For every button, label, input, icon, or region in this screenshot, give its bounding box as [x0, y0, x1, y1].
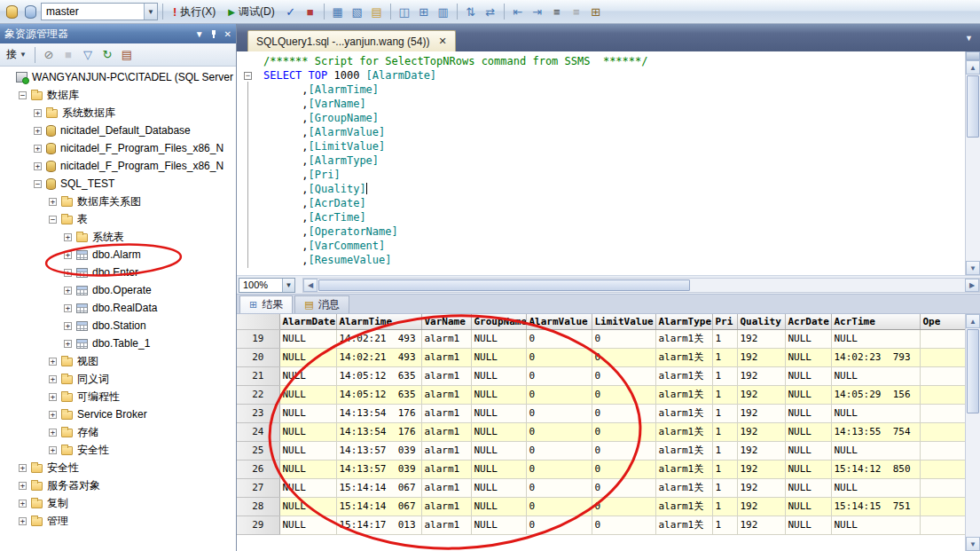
collapse-icon[interactable]: −	[19, 91, 27, 99]
expand-icon[interactable]: +	[34, 127, 42, 135]
tree-item[interactable]: +nicitadel_Default_Database	[0, 122, 236, 139]
grid-cell[interactable]: alarm1	[421, 329, 471, 348]
collapse-icon[interactable]: −	[49, 216, 57, 224]
results-vertical-scrollbar[interactable]: ▲ ▼	[965, 314, 980, 551]
grid-cell[interactable]: alarm1	[421, 478, 471, 497]
expand-icon[interactable]: +	[64, 233, 72, 241]
row-number-cell[interactable]: 27	[237, 478, 279, 497]
column-header[interactable]: AlarmDate	[279, 314, 336, 329]
grid-cell[interactable]: NULL	[279, 460, 336, 478]
expand-icon[interactable]: +	[64, 304, 72, 312]
column-header[interactable]: LimitValue	[592, 314, 655, 329]
window-menu-chevron-icon[interactable]: ▼	[195, 29, 204, 39]
sort-desc-icon[interactable]: ⇄	[482, 3, 499, 20]
grid-cell[interactable]: 0	[592, 422, 655, 441]
grid-cell[interactable]: 1	[712, 329, 737, 348]
grid-cell[interactable]: 14:02:21 493	[336, 348, 421, 366]
grid-cell[interactable]: NULL	[785, 329, 831, 348]
tree-item[interactable]: +dbo.Table_1	[0, 335, 236, 352]
report-icon[interactable]: ▤	[118, 46, 136, 64]
grid-cell[interactable]: NULL	[785, 516, 831, 534]
results-text-icon[interactable]: ◫	[396, 3, 413, 20]
grid-cell[interactable]: 0	[526, 366, 592, 385]
grid-cell[interactable]: alarm1	[421, 348, 471, 366]
close-icon[interactable]: ✕	[438, 35, 446, 47]
chevron-down-icon[interactable]: ▼	[144, 4, 157, 20]
tree-item[interactable]: +系统表	[0, 228, 236, 246]
cancel-execute-icon[interactable]: ■	[302, 3, 319, 20]
refresh-icon[interactable]: ↻	[98, 46, 116, 64]
grid-cell[interactable]: 14:05:29 156	[831, 385, 920, 404]
column-header[interactable]: VarName	[421, 314, 471, 329]
scroll-left-icon[interactable]: ◀	[303, 279, 318, 292]
expand-icon[interactable]: +	[49, 358, 57, 366]
grid-cell[interactable]: 0	[592, 385, 655, 404]
grid-cell[interactable]: NULL	[831, 516, 920, 534]
expand-icon[interactable]: +	[19, 482, 27, 490]
tree-item[interactable]: +存储	[0, 423, 236, 441]
grid-cell[interactable]: 0	[592, 441, 655, 460]
grid-cell[interactable]: alarm1关	[655, 348, 712, 366]
grid-cell[interactable]: 1	[712, 348, 737, 366]
tree-item[interactable]: −SQL_TEST	[0, 175, 236, 193]
grid-cell[interactable]: NULL	[471, 478, 526, 497]
tree-item[interactable]: +dbo.RealData	[0, 299, 236, 317]
grid-cell[interactable]: 192	[737, 422, 785, 441]
expand-icon[interactable]: +	[49, 198, 57, 206]
grid-cell[interactable]: NULL	[279, 329, 336, 348]
grid-cell[interactable]: 14:13:57 039	[336, 460, 421, 478]
grid-cell[interactable]: alarm1关	[655, 366, 712, 385]
column-header[interactable]: Quality	[737, 314, 785, 329]
scroll-down-icon[interactable]: ▼	[966, 537, 980, 551]
grid-cell[interactable]: 1	[712, 460, 737, 478]
query-options-icon[interactable]: ▤	[368, 3, 386, 20]
row-number-cell[interactable]: 21	[237, 366, 279, 385]
scroll-down-icon[interactable]: ▼	[966, 261, 980, 275]
grid-cell[interactable]: 14:13:57 039	[336, 441, 421, 460]
grid-cell[interactable]: NULL	[279, 478, 336, 497]
grid-cell[interactable]: 192	[737, 385, 785, 404]
grid-cell[interactable]: 14:13:55 754	[831, 422, 920, 441]
grid-cell[interactable]: NULL	[831, 366, 920, 385]
column-header[interactable]: AlarmValue	[526, 314, 592, 329]
analyze-query-icon[interactable]: ▧	[349, 3, 366, 20]
grid-cell[interactable]: 14:02:23 793	[831, 348, 920, 366]
tab-list-chevron-icon[interactable]: ▼	[965, 34, 973, 43]
grid-cell[interactable]: NULL	[785, 478, 831, 497]
grid-cell[interactable]: NULL	[785, 404, 831, 422]
row-number-cell[interactable]: 28	[237, 497, 279, 516]
grid-cell[interactable]: 0	[526, 441, 592, 460]
grid-cell[interactable]: NULL	[471, 441, 526, 460]
grid-cell[interactable]: alarm1	[421, 404, 471, 422]
grid-cell[interactable]: 1	[712, 441, 737, 460]
grid-cell[interactable]: NULL	[471, 366, 526, 385]
tree-item[interactable]: WANGYANJUN-PC\CITADEL (SQL Server 1	[0, 68, 236, 86]
grid-cell[interactable]: NULL	[471, 329, 526, 348]
chevron-down-icon[interactable]: ▼	[282, 279, 294, 292]
editor-vertical-scrollbar[interactable]: ▲ ▼	[965, 51, 980, 275]
grid-cell[interactable]: alarm1关	[655, 460, 712, 478]
expand-icon[interactable]: +	[49, 375, 57, 383]
grid-cell[interactable]: NULL	[471, 497, 526, 516]
tree-item[interactable]: +dbo.Station	[0, 317, 236, 335]
grid-cell[interactable]: NULL	[279, 441, 336, 460]
grid-cell[interactable]: 0	[592, 329, 655, 348]
column-header[interactable]: AcrTime	[831, 314, 920, 329]
row-number-cell[interactable]: 23	[237, 404, 279, 422]
grid-cell[interactable]	[920, 422, 965, 441]
grid-cell[interactable]: 0	[526, 404, 592, 422]
grid-cell[interactable]	[920, 348, 965, 366]
grid-cell[interactable]	[920, 329, 965, 348]
disconnect-icon[interactable]: ⊘	[40, 46, 58, 64]
connect-button[interactable]: 接 ▼	[3, 46, 30, 64]
grid-cell[interactable]: 0	[592, 516, 655, 534]
grid-cell[interactable]: 1	[712, 478, 737, 497]
column-header[interactable]: AlarmTime	[336, 314, 421, 329]
grid-cell[interactable]: 0	[592, 404, 655, 422]
grid-cell[interactable]: alarm1关	[655, 516, 712, 534]
grid-cell[interactable]: 1	[712, 497, 737, 516]
expand-icon[interactable]: +	[49, 393, 57, 401]
column-header[interactable]: GroupName	[471, 314, 526, 329]
scroll-right-icon[interactable]: ▶	[965, 279, 979, 292]
expand-icon[interactable]: +	[49, 411, 57, 419]
